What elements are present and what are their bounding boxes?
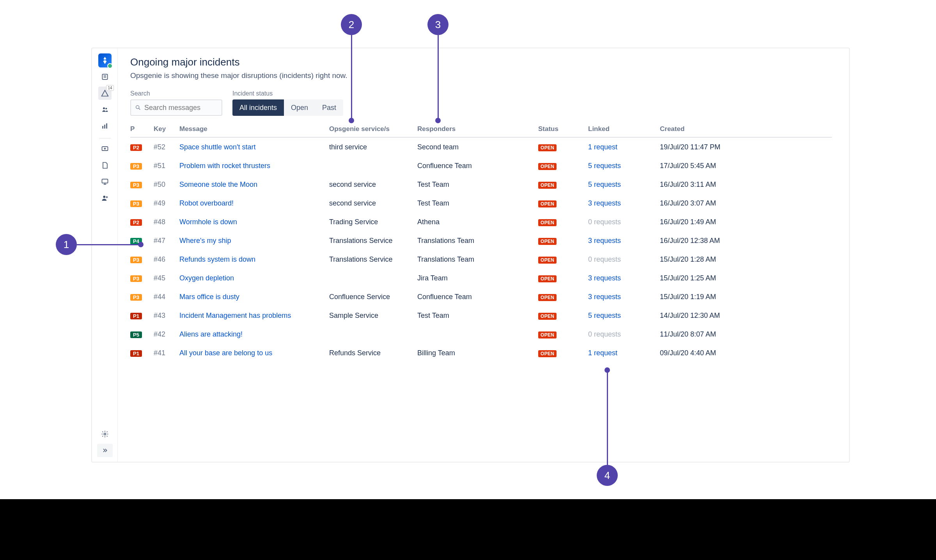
linked-requests-link: 0 requests	[588, 255, 621, 263]
responders-cell: Billing Team	[417, 349, 538, 357]
search-input[interactable]	[144, 104, 218, 112]
created-cell: 15/Jul/20 1:19 AM	[660, 293, 738, 301]
table-row: P3 #45 Oxygen depletion Jira Team OPEN 3…	[130, 269, 832, 287]
service-cell: Trading Service	[329, 218, 417, 226]
status-badge: OPEN	[538, 200, 557, 207]
svg-point-3	[103, 107, 105, 109]
col-key[interactable]: Key	[154, 125, 179, 133]
table-row: P5 #42 Aliens are attacking! OPEN 0 requ…	[130, 325, 832, 344]
col-status[interactable]: Status	[538, 125, 588, 133]
linked-requests-link: 0 requests	[588, 330, 621, 338]
linked-requests-link[interactable]: 3 requests	[588, 237, 621, 245]
linked-requests-link[interactable]: 3 requests	[588, 199, 621, 207]
status-badge: OPEN	[538, 182, 557, 189]
nav-knowledge[interactable]	[98, 159, 112, 172]
annotation-3: 3	[427, 14, 448, 35]
segment-all-incidents[interactable]: All incidents	[232, 99, 284, 116]
segment-past[interactable]: Past	[315, 99, 343, 116]
service-cell: Translations Service	[329, 255, 417, 264]
annotation-4-line	[607, 371, 608, 465]
segment-open[interactable]: Open	[284, 99, 315, 116]
nav-settings[interactable]	[98, 427, 112, 441]
incident-key: #52	[154, 143, 179, 151]
nav-reports[interactable]	[98, 119, 112, 133]
main-content: Ongoing major incidents Opsgenie is show…	[118, 48, 849, 462]
gear-icon	[101, 430, 109, 438]
responders-cell: Translations Team	[417, 255, 538, 264]
nav-people[interactable]	[98, 103, 112, 116]
svg-point-18	[136, 106, 139, 109]
linked-requests-link[interactable]: 1 request	[588, 143, 617, 151]
linked-requests-link[interactable]: 5 requests	[588, 181, 621, 188]
responders-cell: Athena	[417, 218, 538, 226]
incident-key: #50	[154, 181, 179, 189]
col-linked[interactable]: Linked	[588, 125, 660, 133]
priority-badge: P3	[130, 200, 142, 207]
nav-customers[interactable]	[98, 191, 112, 205]
incident-message-link[interactable]: All your base are belong to us	[179, 349, 272, 357]
search-label: Search	[130, 90, 222, 97]
annotation-2: 2	[341, 14, 362, 35]
col-service[interactable]: Opsgenie service/s	[329, 125, 417, 133]
incidents-table: P Key Message Opsgenie service/s Respond…	[130, 125, 832, 362]
sidebar-expand-button[interactable]	[97, 444, 113, 457]
incident-message-link[interactable]: Wormhole is down	[179, 218, 237, 226]
page-footer-bar	[0, 499, 936, 560]
table-header: P Key Message Opsgenie service/s Respond…	[130, 125, 832, 138]
search-input-wrapper[interactable]	[130, 99, 222, 116]
incident-message-link[interactable]: Mars office is dusty	[179, 293, 239, 301]
created-cell: 14/Jul/20 12:30 AM	[660, 312, 738, 320]
linked-requests-link[interactable]: 5 requests	[588, 162, 621, 170]
created-cell: 16/Jul/20 3:11 AM	[660, 181, 738, 189]
incident-message-link[interactable]: Aliens are attacking!	[179, 330, 243, 338]
created-cell: 16/Jul/20 3:07 AM	[660, 199, 738, 207]
incident-message-link[interactable]: Oxygen depletion	[179, 274, 234, 282]
linked-requests-link[interactable]: 3 requests	[588, 293, 621, 301]
annotation-4: 4	[597, 465, 618, 486]
people-icon	[101, 106, 109, 113]
monitor-plus-icon	[101, 145, 109, 153]
table-row: P3 #46 Refunds system is down Translatio…	[130, 250, 832, 269]
status-badge: OPEN	[538, 350, 557, 357]
nav-alerts[interactable]: 14	[98, 87, 112, 100]
monitor-icon	[101, 178, 109, 186]
annotation-4-dot	[604, 367, 610, 373]
page-icon	[101, 161, 109, 169]
linked-requests-link[interactable]: 3 requests	[588, 274, 621, 282]
incident-message-link[interactable]: Where's my ship	[179, 237, 231, 245]
responders-cell: Test Team	[417, 199, 538, 207]
linked-requests-link[interactable]: 5 requests	[588, 312, 621, 319]
service-cell: Refunds Service	[329, 349, 417, 357]
status-badge: OPEN	[538, 257, 557, 264]
responders-cell: Translations Team	[417, 237, 538, 245]
nav-channels[interactable]	[98, 175, 112, 188]
col-message[interactable]: Message	[179, 125, 329, 133]
svg-line-19	[139, 108, 140, 110]
incident-message-link[interactable]: Refunds system is down	[179, 255, 255, 263]
app-logo[interactable]	[98, 54, 112, 67]
col-created[interactable]: Created	[660, 125, 738, 133]
service-cell: third service	[329, 143, 417, 151]
linked-requests-link[interactable]: 1 request	[588, 349, 617, 357]
priority-badge: P1	[130, 350, 142, 357]
status-badge: OPEN	[538, 275, 557, 282]
created-cell: 15/Jul/20 1:25 AM	[660, 274, 738, 282]
nav-raise-request[interactable]	[98, 142, 112, 156]
col-priority[interactable]: P	[130, 125, 154, 133]
incident-message-link[interactable]: Space shuttle won't start	[179, 143, 256, 151]
col-responders[interactable]: Responders	[417, 125, 538, 133]
annotation-1-dot	[138, 242, 144, 247]
incident-message-link[interactable]: Problem with rocket thrusters	[179, 162, 270, 170]
created-cell: 15/Jul/20 1:28 AM	[660, 255, 738, 264]
annotation-3-line	[438, 35, 439, 119]
service-cell: Translations Service	[329, 237, 417, 245]
priority-badge: P5	[130, 331, 142, 338]
responders-cell: Second team	[417, 143, 538, 151]
incident-message-link[interactable]: Someone stole the Moon	[179, 181, 257, 188]
svg-point-4	[105, 108, 107, 109]
incident-key: #44	[154, 293, 179, 301]
nav-queues[interactable]	[98, 70, 112, 83]
incident-message-link[interactable]: Robot overboard!	[179, 199, 234, 207]
incident-message-link[interactable]: Incident Management has problems	[179, 312, 291, 319]
created-cell: 11/Jul/20 8:07 AM	[660, 330, 738, 338]
